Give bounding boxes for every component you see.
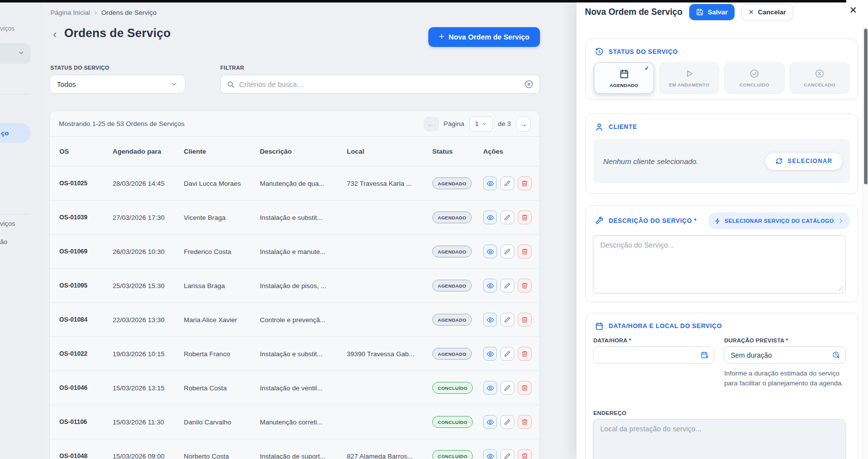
view-button[interactable]: [483, 415, 497, 429]
status-option-label: CONCLUÍDO: [740, 82, 769, 87]
new-order-button[interactable]: + Nova Ordem de Serviço: [428, 27, 540, 47]
trash-icon: [521, 350, 528, 357]
search-input[interactable]: [239, 81, 520, 88]
scheduled-cell: 28/03/2026 14:45: [113, 180, 184, 187]
pencil-icon: [504, 350, 511, 357]
edit-button[interactable]: [500, 347, 514, 361]
status-option-em-andamento[interactable]: EM ANDAMENTO: [659, 62, 719, 94]
edit-button[interactable]: [500, 381, 514, 395]
delete-button[interactable]: [518, 279, 532, 292]
status-filter-select[interactable]: Todos: [49, 75, 185, 94]
sidebar-item-active[interactable]: ço: [0, 123, 31, 143]
save-button-label: Salvar: [707, 8, 728, 16]
back-button[interactable]: ‹: [48, 28, 61, 42]
delete-button[interactable]: [518, 176, 532, 190]
description-cell: Controle e prevençã...: [260, 316, 347, 324]
os-cell: OS-01046: [59, 384, 113, 391]
status-badge: CONCLUÍDO: [432, 416, 473, 428]
view-button[interactable]: [483, 313, 497, 327]
select-catalog-service-button[interactable]: SELECIONAR SERVIÇO DO CATÁLOGO: [708, 212, 850, 229]
edit-button[interactable]: [500, 245, 514, 258]
eye-icon: [487, 316, 494, 324]
view-button[interactable]: [483, 176, 497, 190]
client-cell: Vicente Braga: [184, 214, 260, 221]
delete-button[interactable]: [518, 245, 532, 258]
drawer-scrollbar[interactable]: [863, 25, 868, 459]
status-option-agendado[interactable]: ✓ AGENDADO: [594, 62, 654, 94]
delete-button[interactable]: [518, 210, 532, 224]
edit-button[interactable]: [500, 449, 514, 459]
delete-button[interactable]: [518, 381, 532, 395]
duration-input[interactable]: [731, 351, 829, 359]
delete-button[interactable]: [518, 313, 532, 327]
save-button[interactable]: Salvar: [689, 4, 735, 20]
delete-button[interactable]: [518, 449, 532, 459]
trash-icon: [521, 214, 528, 221]
client-section-label: CLIENTE: [609, 124, 637, 130]
search-filter-label: FILTRAR: [220, 65, 244, 71]
check-icon: ✓: [644, 65, 649, 72]
view-button[interactable]: [483, 449, 497, 459]
sidebar-item-label[interactable]: ão: [0, 238, 7, 246]
status-option-concluido[interactable]: CONCLUÍDO: [724, 62, 785, 94]
edit-button[interactable]: [500, 415, 514, 429]
status-cell: AGENDADO: [432, 314, 483, 326]
edit-button[interactable]: [500, 279, 514, 292]
table-row: OS-0104615/03/2026 13:15Roberta CostaIns…: [50, 371, 539, 405]
chevron-right-icon: [838, 218, 844, 224]
wrench-icon: [595, 216, 604, 225]
close-drawer-button[interactable]: ✕: [849, 4, 857, 16]
sidebar-select[interactable]: [0, 43, 31, 64]
column-header-os: OS: [59, 148, 113, 155]
scheduled-cell: 26/03/2026 10:30: [113, 248, 184, 255]
status-option-cancelado[interactable]: CANCELADO: [789, 62, 850, 94]
search-box: [220, 75, 540, 94]
scheduled-cell: 15/03/2026 11:30: [113, 418, 184, 426]
eye-icon: [487, 350, 494, 358]
view-button[interactable]: [483, 279, 497, 292]
status-option-label: EM ANDAMENTO: [669, 82, 709, 87]
edit-button[interactable]: [500, 176, 514, 190]
delete-button[interactable]: [518, 415, 532, 429]
row-actions: [483, 381, 540, 395]
next-page-button[interactable]: →: [516, 117, 531, 131]
edit-button[interactable]: [500, 210, 514, 224]
table-header-row: OS Agendado para Cliente Descrição Local…: [50, 137, 539, 167]
clear-search-button[interactable]: [524, 80, 534, 89]
play-icon: [684, 69, 694, 79]
page-select[interactable]: 1: [469, 116, 493, 132]
eye-icon: [487, 214, 494, 221]
view-button[interactable]: [483, 347, 497, 361]
datetime-input[interactable]: [600, 351, 698, 359]
description-cell: Instalação de suport...: [260, 453, 347, 459]
row-actions: [483, 449, 540, 459]
view-button[interactable]: [483, 245, 497, 258]
sidebar-item-label[interactable]: viços: [0, 220, 15, 227]
select-client-button[interactable]: SELECIONAR: [765, 152, 843, 170]
description-section-card: DESCRIÇÃO DO SERVIÇO * SELECIONAR SERVIÇ…: [585, 205, 858, 302]
prev-page-button[interactable]: ←: [424, 117, 439, 131]
column-header-client: Cliente: [184, 148, 260, 155]
view-button[interactable]: [483, 210, 497, 224]
scrollbar-thumb[interactable]: [864, 29, 868, 184]
clock-plus-icon[interactable]: [832, 351, 840, 359]
status-section-label: STATUS DO SERVIÇO: [609, 48, 678, 55]
edit-button[interactable]: [500, 313, 514, 327]
calendar-plus-icon[interactable]: [701, 351, 709, 359]
status-badge: CONCLUÍDO: [432, 382, 473, 394]
status-filter-label: STATUS DO SERVIÇO: [50, 65, 109, 71]
view-button[interactable]: [483, 381, 497, 395]
address-textarea[interactable]: [593, 419, 846, 459]
description-cell: Instalação e manute...: [260, 248, 347, 255]
cancel-button[interactable]: ✕ Cancelar: [742, 4, 793, 20]
duration-field-label: DURAÇÃO PREVISTA *: [724, 337, 788, 343]
scheduled-cell: 27/03/2026 17:30: [113, 214, 184, 221]
delete-button[interactable]: [518, 347, 532, 361]
history-clock-icon: [595, 47, 604, 56]
pencil-icon: [504, 282, 511, 289]
page-of-label: de 3: [498, 120, 511, 127]
service-description-textarea[interactable]: [593, 235, 846, 293]
breadcrumb-home[interactable]: Página Inicial: [50, 9, 90, 16]
scheduled-cell: 15/03/2026 13:15: [113, 384, 184, 392]
status-option-label: AGENDADO: [610, 83, 638, 88]
